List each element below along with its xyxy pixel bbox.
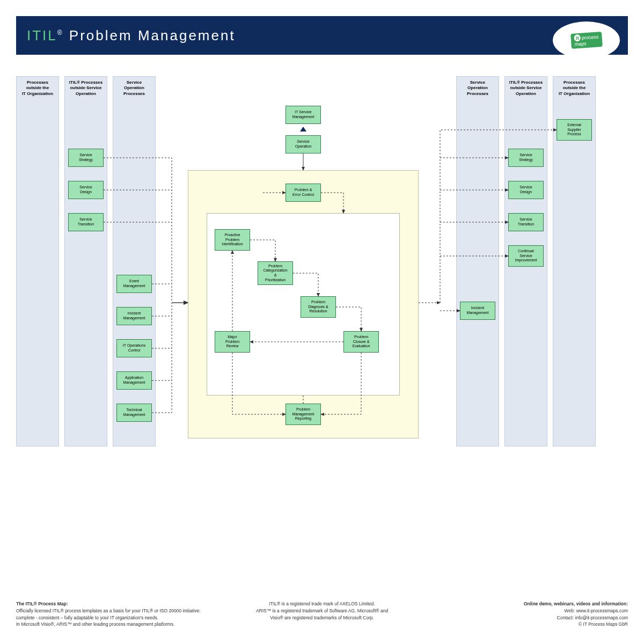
logo-chip: itprocessmaps <box>570 32 602 49</box>
footer-left-heading: The ITIL® Process Map: <box>16 601 218 608</box>
node-event-management: EventManagement <box>116 275 152 293</box>
footer-left-line2: complete - consistent – fully adaptable … <box>16 614 218 621</box>
footer-left-line1: Officially licensed ITIL® process templa… <box>16 608 218 614</box>
footer-center: ITIL® is a registered trade mark of AXEL… <box>221 601 423 628</box>
node-service-strategy-l: ServiceStrategy <box>68 149 104 167</box>
diagram-page: ITIL® Problem Management itprocessmaps P… <box>0 0 644 644</box>
node-external-supplier-process: ExternalSupplierProcess <box>557 119 592 141</box>
node-it-service-management: IT ServiceManagement <box>286 106 321 124</box>
title-itil: ITIL <box>27 27 57 43</box>
footer-center-line1: ITIL® is a registered trade mark of AXEL… <box>221 601 423 608</box>
node-service-design-l: ServiceDesign <box>68 181 104 199</box>
lane-l1: Processesoutside theIT Organization <box>16 76 59 447</box>
node-it-operations-control: IT OperationsControl <box>116 339 152 357</box>
footer-center-line2: ARIS™ is a registered trademark of Softw… <box>221 608 423 614</box>
node-service-design-r: ServiceDesign <box>508 181 544 199</box>
node-problem-error-control: Problem &Error Control <box>286 184 321 202</box>
footer-right-heading: Online demo, webinars, videos and inform… <box>426 601 628 608</box>
lane-l3: ServiceOperationProcesses <box>113 76 156 447</box>
lane-r1: ServiceOperationProcesses <box>456 76 499 447</box>
node-continual-service-improvement: ContinualServiceImprovement <box>508 245 544 267</box>
node-incident-management-r: IncidentManagement <box>460 302 495 320</box>
node-incident-management-l: IncidentManagement <box>116 307 152 325</box>
lane-r3-header: Processesoutside theIT Organization <box>553 80 595 101</box>
logo-it: it <box>574 34 581 42</box>
arrow-up-icon <box>300 127 306 131</box>
node-service-transition-l: ServiceTransition <box>68 213 104 231</box>
title-reg: ® <box>57 29 64 36</box>
footer-right: Online demo, webinars, videos and inform… <box>426 601 628 628</box>
lane-r2-header: ITIL® Processesoutside ServiceOperation <box>505 80 547 101</box>
lane-r1-header: ServiceOperationProcesses <box>457 80 499 101</box>
node-application-management: ApplicationManagement <box>116 371 152 390</box>
node-major-problem-review: MajorProblemReview <box>215 331 250 353</box>
title-banner: ITIL® Problem Management itprocessmaps <box>16 16 628 55</box>
node-problem-closure-evaluation: ProblemClosure &Evaluation <box>343 331 379 353</box>
footer-left: The ITIL® Process Map: Officially licens… <box>16 601 218 628</box>
node-proactive-problem-identification: ProactiveProblemIdentification <box>215 229 250 251</box>
footer-center-line3: Visio® are registered trademarks of Micr… <box>221 614 423 621</box>
page-title: ITIL® Problem Management <box>27 27 236 44</box>
footer-right-line3: © IT Process Maps GbR <box>426 621 628 628</box>
node-technical-management: TechnicalManagement <box>116 404 152 422</box>
lane-l1-header: Processesoutside theIT Organization <box>17 80 58 101</box>
node-service-operation: ServiceOperation <box>286 135 321 153</box>
lane-l2: ITIL® Processesoutside ServiceOperation <box>64 76 107 447</box>
lane-l3-header: ServiceOperationProcesses <box>113 80 155 101</box>
logo-badge: itprocessmaps <box>553 21 620 59</box>
node-service-strategy-r: ServiceStrategy <box>508 149 544 167</box>
node-problem-diagnosis-resolution: ProblemDiagnosis &Resolution <box>301 296 336 318</box>
footer-right-line1: Web: www.it-processmaps.com <box>426 608 628 614</box>
title-rest: Problem Management <box>64 27 236 43</box>
lane-l2-header: ITIL® Processesoutside ServiceOperation <box>65 80 107 101</box>
node-service-transition-r: ServiceTransition <box>508 213 544 231</box>
footer-left-line3: In Microsoft Visio®, ARIS™ and other lea… <box>16 621 218 628</box>
diagram-canvas: Processesoutside theIT Organization ITIL… <box>16 76 628 484</box>
node-problem-management-reporting: ProblemManagementReporting <box>286 404 321 425</box>
node-problem-categorization-prioritization: ProblemCategorization&Prioritization <box>258 261 293 285</box>
footer-right-line2: Contact: info@it-processmaps.com <box>426 614 628 621</box>
footer: The ITIL® Process Map: Officially licens… <box>16 601 628 628</box>
